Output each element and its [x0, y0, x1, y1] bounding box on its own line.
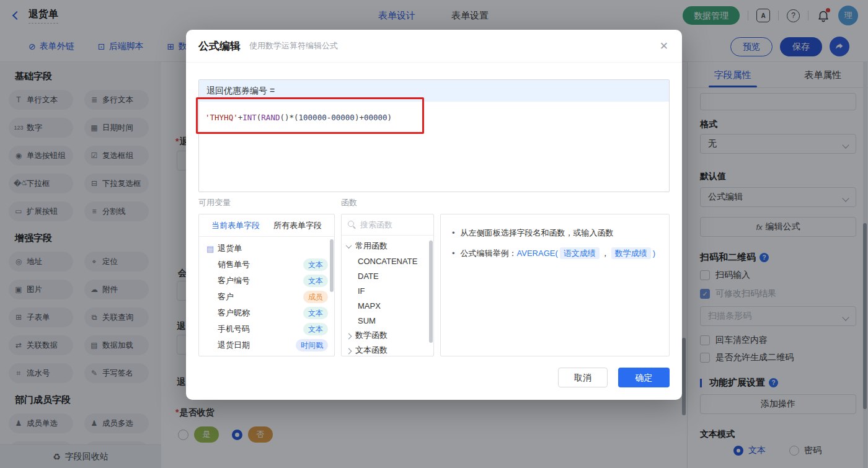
variable-row[interactable]: 退货日期时间戳	[199, 337, 334, 353]
type-badge: 文本	[303, 275, 328, 287]
modal-header: 公式编辑 使用数学运算符编辑公式 ✕	[186, 30, 682, 63]
close-icon[interactable]: ✕	[660, 40, 668, 53]
function-item[interactable]: SUM	[342, 313, 433, 328]
formula-editor[interactable]: 退回优惠券编号 = 'THYHQ'+INT(RAND()*(100000-000…	[198, 79, 670, 192]
type-badge: 成员	[303, 291, 328, 303]
example-field-chip: 数学成绩	[611, 247, 651, 259]
function-item[interactable]: MAPX	[342, 298, 433, 313]
modal-title: 公式编辑	[198, 39, 241, 53]
function-search-input[interactable]: 搜索函数	[342, 214, 433, 236]
search-placeholder: 搜索函数	[360, 219, 392, 231]
variables-panel: 当前表单字段 所有表单字段 ▤ 退货单 销售单号文本 客户编号文本 客户成员 客…	[198, 214, 335, 356]
function-group-math[interactable]: 数学函数	[342, 328, 433, 343]
variables-tabs: 当前表单字段 所有表单字段	[199, 214, 334, 237]
example-field-chip: 语文成绩	[560, 247, 600, 259]
tip-line-2: 公式编辑举例：AVERAGE(语文成绩，数学成绩)	[452, 247, 658, 260]
tip-line-1: 从左侧面板选择字段名和函数，或输入函数	[452, 227, 658, 239]
tips-panel: 从左侧面板选择字段名和函数，或输入函数 公式编辑举例：AVERAGE(语文成绩，…	[440, 214, 670, 356]
functions-panel: 搜索函数 常用函数 CONCATENATE DATE IF MAPX SUM 数…	[341, 214, 434, 356]
chevron-expanded-icon	[346, 242, 352, 249]
function-group-text[interactable]: 文本函数	[342, 343, 433, 356]
tab-current-form-fields[interactable]: 当前表单字段	[211, 220, 260, 231]
type-badge: 文本	[303, 323, 328, 335]
variable-row[interactable]: 手机号码文本	[199, 321, 334, 337]
formula-code[interactable]: 'THYHQ'+INT(RAND()*(100000-00000)+00000)	[199, 102, 669, 133]
variables-section-label: 可用变量	[198, 197, 231, 208]
functions-section-label: 函数	[341, 197, 357, 208]
function-item[interactable]: IF	[342, 283, 433, 298]
type-badge: 文本	[303, 307, 328, 319]
app-window: 退货单 表单设计 表单设置 数据管理 A ? 理 ⊘ 表单外链 ⊡ 后端脚	[0, 0, 868, 468]
variables-scrollbar-thumb[interactable]	[330, 239, 334, 292]
cancel-button[interactable]: 取消	[558, 368, 608, 387]
modal-subtitle: 使用数学运算符编辑公式	[249, 40, 338, 51]
chevron-collapsed-icon	[346, 333, 352, 339]
form-node[interactable]: ▤ 退货单	[199, 241, 334, 257]
search-icon	[348, 221, 356, 229]
type-badge: 文本	[303, 258, 328, 271]
variable-row[interactable]: 客户编号文本	[199, 273, 334, 289]
function-item[interactable]: DATE	[342, 268, 433, 283]
document-icon: ▤	[206, 244, 214, 254]
variable-row[interactable]: 客户成员	[199, 289, 334, 305]
tab-all-form-fields[interactable]: 所有表单字段	[273, 220, 322, 231]
chevron-collapsed-icon	[346, 348, 352, 354]
formula-target: 退回优惠券编号 =	[199, 80, 669, 102]
functions-scrollbar-thumb[interactable]	[429, 241, 433, 343]
variable-row[interactable]: 客户昵称文本	[199, 305, 334, 321]
confirm-button[interactable]: 确定	[618, 368, 670, 387]
function-item[interactable]: CONCATENATE	[342, 254, 433, 268]
type-badge: 时间戳	[296, 339, 328, 351]
function-group-common[interactable]: 常用函数	[342, 239, 433, 254]
formula-edit-modal: 公式编辑 使用数学运算符编辑公式 ✕ 退回优惠券编号 = 'THYHQ'+INT…	[186, 30, 682, 400]
variable-row[interactable]: 销售单号文本	[199, 257, 334, 273]
